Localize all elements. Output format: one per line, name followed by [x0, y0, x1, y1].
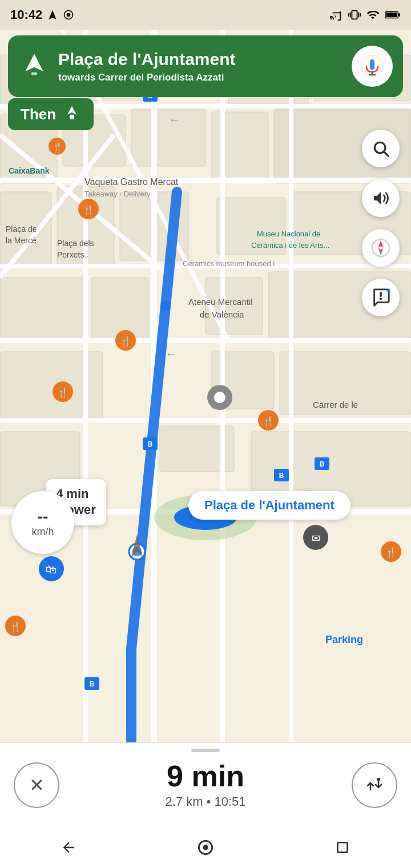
svg-text:🍴: 🍴: [263, 416, 274, 427]
svg-text:🍴: 🍴: [120, 336, 131, 347]
svg-text:🍴: 🍴: [10, 621, 21, 632]
svg-text:Plaça de: Plaça de: [6, 224, 37, 234]
svg-text:B: B: [279, 472, 284, 480]
eta-info: 9 min 2.7 km • 10:51: [59, 761, 352, 809]
svg-text:🍴: 🍴: [53, 142, 63, 151]
svg-text:B: B: [320, 460, 325, 468]
svg-text:←: ←: [166, 348, 176, 360]
speed-unit: km/h: [31, 526, 54, 538]
cast-icon: [330, 9, 342, 21]
svg-text:🍴: 🍴: [57, 387, 68, 398]
home-button[interactable]: [188, 830, 223, 865]
svg-text:+: +: [386, 288, 390, 296]
bottom-panel: ✕ 9 min 2.7 km • 10:51: [0, 742, 411, 827]
svg-point-117: [377, 778, 380, 781]
svg-text:Vaqueta Gastro Mercat: Vaqueta Gastro Mercat: [84, 177, 179, 187]
svg-text:Takeaway · Delivery: Takeaway · Delivery: [84, 190, 151, 198]
back-button[interactable]: [51, 830, 86, 865]
nav-header: Plaça de l'Ajuntament towards Carrer del…: [8, 35, 403, 97]
svg-rect-120: [337, 842, 347, 852]
svg-point-0: [67, 13, 71, 17]
compass-button[interactable]: [362, 229, 400, 267]
svg-text:la Mercè: la Mercè: [6, 236, 37, 245]
svg-rect-21: [0, 278, 86, 340]
status-time: 10:42: [10, 7, 42, 22]
svg-point-78: [214, 392, 225, 403]
svg-point-107: [380, 298, 382, 300]
svg-text:Ceramics museum housed i: Ceramics museum housed i: [183, 259, 275, 268]
then-arrow: [63, 104, 81, 124]
vibrate-icon: [348, 9, 361, 21]
svg-text:Parking: Parking: [325, 634, 363, 645]
eta-details: 2.7 km • 10:51: [59, 794, 352, 809]
svg-rect-3: [398, 13, 400, 17]
nav-street-name: Plaça de l'Ajuntament: [58, 49, 352, 70]
svg-text:CaixaBank: CaixaBank: [9, 166, 50, 175]
home-icon: [198, 839, 213, 855]
back-icon: [61, 839, 76, 855]
svg-text:Carrer de le: Carrer de le: [313, 400, 358, 409]
report-button[interactable]: +: [362, 279, 400, 316]
svg-text:B: B: [148, 440, 153, 448]
location-arrow-icon: [47, 9, 58, 21]
svg-text:←: ←: [168, 113, 180, 126]
svg-line-101: [384, 152, 388, 156]
svg-rect-116: [70, 115, 74, 119]
close-button[interactable]: ✕: [14, 762, 59, 808]
svg-rect-110: [31, 72, 37, 75]
routes-icon: [363, 774, 386, 797]
svg-text:✉: ✉: [312, 533, 320, 544]
compass-icon: [370, 238, 391, 258]
search-icon: [372, 139, 390, 158]
nav-direction-arrow: [19, 51, 49, 81]
svg-text:Porxets: Porxets: [57, 250, 84, 259]
speed-indicator: -- km/h: [11, 491, 74, 554]
then-label: Then: [21, 106, 56, 123]
recent-icon: [335, 840, 350, 855]
map-area[interactable]: 🍴 🍴 🍴 🍴 🍴 🍴 🍴 B B: [0, 30, 411, 742]
circle-dot-icon: [63, 9, 74, 21]
svg-rect-22: [91, 278, 148, 340]
battery-icon: [385, 9, 401, 21]
eta-time: 9 min: [59, 761, 352, 791]
svg-rect-4: [386, 13, 397, 17]
svg-text:de València: de València: [200, 310, 244, 319]
status-bar: 10:42: [0, 0, 411, 30]
report-icon: +: [371, 288, 390, 307]
volume-button[interactable]: [362, 179, 400, 217]
recent-button[interactable]: [325, 830, 360, 865]
close-icon: ✕: [29, 774, 45, 796]
routes-button[interactable]: [352, 762, 397, 808]
svg-marker-102: [374, 192, 381, 204]
svg-text:Museu Nacional de: Museu Nacional de: [257, 230, 320, 238]
android-nav-bar: [0, 827, 411, 868]
svg-marker-115: [67, 106, 76, 115]
place-label: Plaça de l'Ajuntament: [188, 491, 350, 520]
svg-point-119: [203, 845, 208, 850]
svg-marker-105: [378, 248, 384, 256]
towards-street: Carrer del Periodista Azzati: [98, 72, 224, 83]
then-banner: Then: [8, 98, 94, 130]
wifi-icon: [366, 9, 379, 21]
towards-label: towards: [58, 72, 95, 83]
svg-marker-104: [378, 240, 384, 248]
svg-text:Ceràmica i de les Arts...: Ceràmica i de les Arts...: [251, 241, 329, 250]
volume-icon: [372, 189, 390, 207]
drag-handle: [191, 749, 220, 752]
svg-rect-14: [211, 112, 268, 180]
svg-text:🍴: 🍴: [83, 204, 94, 215]
svg-text:🍴: 🍴: [385, 547, 397, 558]
svg-marker-109: [25, 54, 43, 71]
svg-text:Ateneu Mercantil: Ateneu Mercantil: [188, 297, 253, 307]
svg-text:Plaça dels: Plaça dels: [57, 239, 94, 248]
svg-text:🛍: 🛍: [46, 563, 57, 576]
nav-towards: towards Carrer del Periodista Azzati: [58, 72, 352, 83]
speed-value: --: [38, 508, 49, 526]
voice-button[interactable]: [352, 46, 393, 87]
search-button[interactable]: [362, 130, 400, 167]
svg-text:B: B: [90, 680, 95, 688]
